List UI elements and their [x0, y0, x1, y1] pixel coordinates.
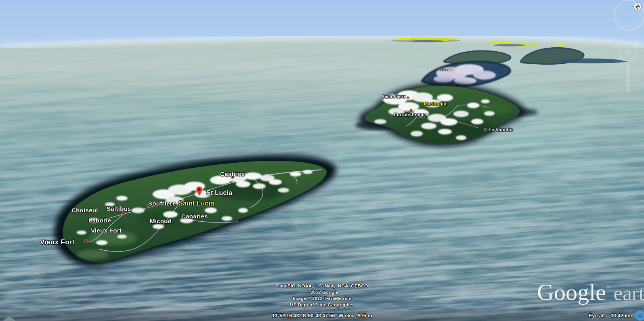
cursor-coordinates: 13°52'16.43" N 60°43'47.56" W elev -915 … [0, 313, 644, 319]
eye-altitude-value: 33.42 km [610, 313, 632, 319]
place-dot-fort-de-france[interactable] [410, 109, 412, 111]
map-label-castries[interactable]: Castries [220, 171, 245, 177]
map-label-micoud[interactable]: Micoud [150, 218, 172, 224]
map-label-fort-de-france[interactable]: Fort-de-France [394, 113, 427, 117]
place-dot-saint-pierre[interactable] [407, 97, 409, 99]
place-dot-vieux-fort[interactable] [85, 240, 88, 243]
eye-altitude-label: Eye alt [589, 313, 605, 319]
streaming-progress-icon[interactable] [635, 311, 644, 321]
place-dot-le-vauclin[interactable] [484, 128, 486, 130]
placemark-pin-st-lucia[interactable] [196, 185, 203, 197]
map-label-le-vauclin[interactable]: Le Vauclin [489, 128, 513, 132]
map-label-laborie[interactable]: Laborie [88, 217, 111, 223]
map-label-st-lucia[interactable]: St Lucia [206, 190, 233, 196]
map-label-saint-pierre[interactable]: Saint-Pierre [382, 95, 406, 99]
look-joystick-center[interactable] [625, 48, 631, 55]
map-label-vieux-fort-coast[interactable]: Vieux Fort [40, 239, 75, 245]
map-label-saltibus[interactable]: Saltibus [107, 206, 131, 212]
earth-viewport[interactable]: N [0, 0, 644, 321]
map-label-canaries[interactable]: Canaries [181, 213, 208, 219]
map-label-saint-lucia[interactable]: Saint Lucia [178, 200, 214, 207]
map-label-choiseul[interactable]: Choiseul [71, 207, 98, 213]
status-bar: 13°52'16.43" N 60°43'47.56" W elev -915 … [0, 311, 644, 321]
google-earth-window: N Castries St Lucia Saint Lucia Soufrier… [0, 0, 644, 321]
place-dot-saltibus[interactable] [122, 212, 125, 214]
map-label-soufriere[interactable]: Soufriere [148, 200, 176, 206]
north-button[interactable]: N [634, 3, 642, 10]
map-label-vieux-fort-inland[interactable]: Vieux Fort [91, 227, 122, 233]
eye-altitude: Eye alt33.42 km [589, 313, 632, 319]
map-label-martinique[interactable]: Martinique [424, 102, 448, 106]
zoom-slider[interactable] [626, 64, 630, 93]
map-label-roseau[interactable]: Roseau [441, 68, 453, 71]
place-dot-roseau[interactable] [439, 69, 441, 71]
